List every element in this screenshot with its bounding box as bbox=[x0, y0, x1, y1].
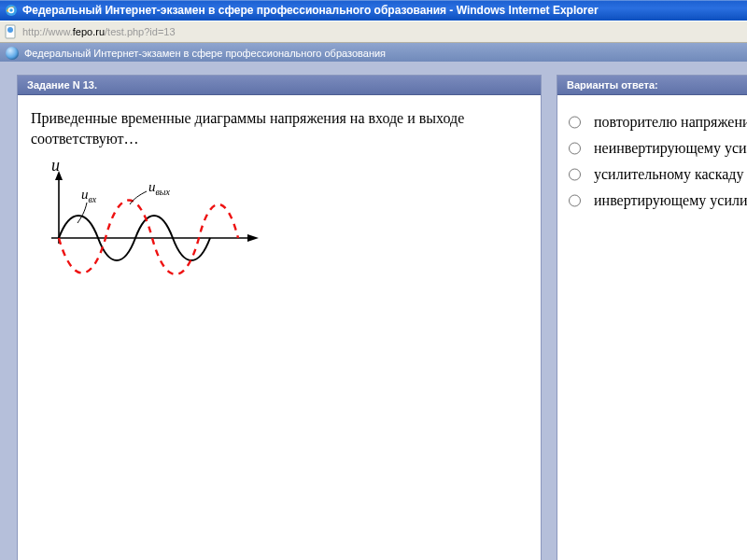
window-title-bar: Федеральный Интернет-экзамен в сфере про… bbox=[0, 0, 747, 21]
signal-out-sub: вых bbox=[156, 187, 171, 197]
svg-marker-7 bbox=[247, 234, 259, 242]
answer-option[interactable]: инвертирующему усилителю bbox=[569, 192, 745, 209]
page-icon bbox=[4, 24, 19, 39]
app-header-title: Федеральный Интернет-экзамен в сфере про… bbox=[24, 48, 386, 59]
ie-icon bbox=[4, 3, 19, 18]
answers-list: повторителю напряжения на о неинвертирую… bbox=[557, 95, 747, 209]
window-title-text: Федеральный Интернет-экзамен в сфере про… bbox=[22, 4, 599, 17]
answer-radio-4[interactable] bbox=[569, 194, 581, 207]
address-bar[interactable]: http://www.fepo.ru/test.php?id=13 bbox=[0, 21, 747, 43]
answer-text: неинвертирующему усилител bbox=[594, 140, 747, 157]
answer-radio-3[interactable] bbox=[569, 168, 581, 181]
voltage-diagram: u uвх bbox=[31, 154, 528, 298]
question-panel: Задание N 13. Приведенные временные диаг… bbox=[17, 75, 542, 560]
answer-text: инвертирующему усилителю bbox=[594, 192, 747, 209]
question-text: Приведенные временные диаграммы напряжен… bbox=[31, 108, 528, 148]
svg-point-3 bbox=[7, 27, 13, 33]
globe-icon bbox=[6, 47, 19, 60]
svg-text:uвых: uвых bbox=[148, 179, 171, 197]
signal-in-sub: вх bbox=[89, 194, 97, 204]
answer-option[interactable]: повторителю напряжения на о bbox=[569, 114, 745, 131]
workspace: Задание N 13. Приведенные временные диаг… bbox=[0, 62, 747, 560]
url-domain: fepo.ru bbox=[73, 26, 105, 37]
answer-radio-1[interactable] bbox=[569, 116, 581, 129]
answer-option[interactable]: усилительному каскаду с общ bbox=[569, 166, 745, 183]
question-body: Приведенные временные диаграммы напряжен… bbox=[18, 95, 541, 307]
answer-text: повторителю напряжения на о bbox=[594, 114, 747, 131]
answers-header: Варианты ответа: bbox=[557, 76, 747, 95]
svg-text:uвх: uвх bbox=[81, 187, 97, 204]
url-text[interactable]: http://www.fepo.ru/test.php?id=13 bbox=[22, 26, 743, 37]
answer-radio-2[interactable] bbox=[569, 142, 581, 155]
answers-panel: Варианты ответа: повторителю напряжения … bbox=[557, 75, 747, 560]
url-prefix: http://www. bbox=[22, 26, 73, 37]
answer-option[interactable]: неинвертирующему усилител bbox=[569, 140, 745, 157]
signal-out-label: u bbox=[148, 179, 156, 194]
signal-in-label: u bbox=[81, 187, 89, 202]
url-path: /test.php?id=13 bbox=[105, 26, 176, 37]
question-header: Задание N 13. bbox=[18, 76, 541, 95]
answer-text: усилительному каскаду с общ bbox=[594, 166, 747, 183]
